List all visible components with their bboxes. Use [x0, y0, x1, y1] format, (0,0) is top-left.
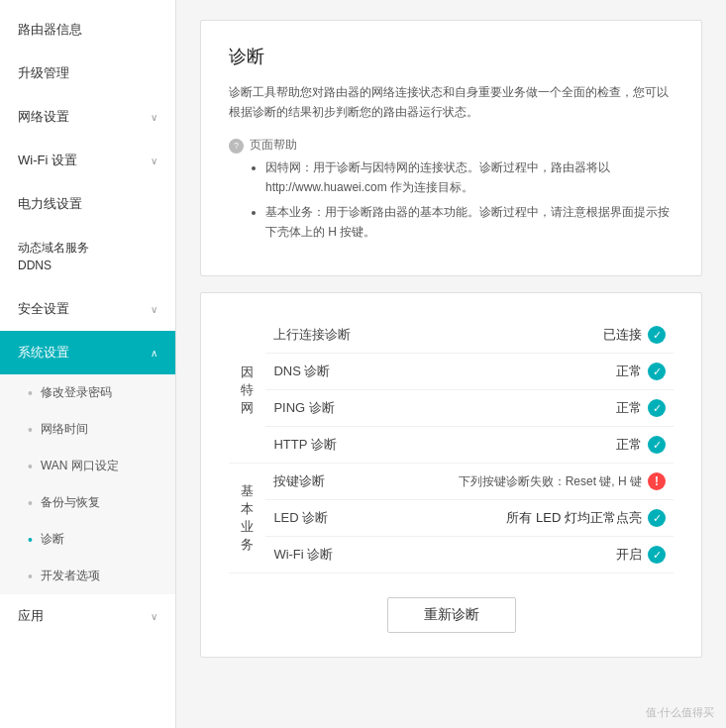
sidebar-sub-label: 修改登录密码 — [41, 384, 112, 401]
diag-card: 因特网 上行连接诊断 已连接 DNS 诊断 正常 — [200, 292, 702, 658]
status-ok-icon — [648, 436, 666, 454]
diag-value-ping: 正常 — [616, 399, 642, 417]
sidebar-item-powerline[interactable]: 电力线设置 — [0, 182, 175, 226]
recheck-button[interactable]: 重新诊断 — [387, 597, 516, 633]
sidebar-sub-change-password[interactable]: 修改登录密码 — [0, 374, 175, 411]
sidebar-item-label: 升级管理 — [18, 64, 69, 82]
sidebar-item-label: Wi-Fi 设置 — [18, 152, 77, 169]
sidebar-item-label: 网络设置 — [18, 108, 69, 126]
diag-value-dns: 正常 — [616, 363, 642, 380]
diag-result-dns: 正常 — [386, 354, 674, 390]
info-card: 诊断 诊断工具帮助您对路由器的网络连接状态和自身重要业务做一个全面的检查，您可以… — [200, 20, 702, 276]
status-ok-icon — [648, 363, 666, 380]
sidebar-item-label: 动态域名服务DDNS — [18, 239, 89, 274]
help-icon: ? — [229, 139, 244, 154]
diag-label-upstream: 上行连接诊断 — [265, 317, 385, 354]
diag-result-led: 所有 LED 灯均正常点亮 — [386, 500, 674, 537]
diag-result-wifi: 开启 — [386, 537, 674, 573]
diag-result-upstream: 已连接 — [386, 317, 674, 354]
diag-result-ping: 正常 — [386, 390, 674, 427]
sidebar-item-label: 电力线设置 — [18, 195, 82, 213]
sidebar-sub-wan[interactable]: WAN 网口设定 — [0, 448, 175, 484]
status-ok-icon — [648, 546, 666, 564]
sidebar-sub-backup[interactable]: 备份与恢复 — [0, 484, 175, 521]
diag-label-dns: DNS 诊断 — [265, 354, 385, 390]
sidebar-item-label: 应用 — [18, 607, 44, 625]
status-error-icon — [648, 472, 666, 490]
sidebar-item-wifi[interactable]: Wi-Fi 设置 ∨ — [0, 139, 175, 182]
diag-internet-upstream: 因特网 上行连接诊断 已连接 — [229, 317, 674, 354]
diag-value-http: 正常 — [616, 436, 642, 454]
sidebar-item-router-info[interactable]: 路由器信息 — [0, 8, 175, 52]
sidebar-sub-diagnosis[interactable]: 诊断 — [0, 521, 175, 558]
diag-value-upstream: 已连接 — [603, 326, 642, 344]
diag-label-button: 按键诊断 — [265, 464, 385, 500]
sidebar-sub-label: 诊断 — [41, 531, 64, 548]
sidebar-item-system[interactable]: 系统设置 ∧ — [0, 331, 175, 374]
diag-label-led: LED 诊断 — [265, 500, 385, 537]
main-content: 诊断 诊断工具帮助您对路由器的网络连接状态和自身重要业务做一个全面的检查，您可以… — [176, 0, 726, 728]
diag-ping: PING 诊断 正常 — [229, 390, 674, 427]
diag-result-button: 下列按键诊断失败：Reset 键, H 键 — [386, 464, 674, 500]
diag-label-http: HTTP 诊断 — [265, 427, 385, 464]
diag-label-wifi: Wi-Fi 诊断 — [265, 537, 385, 573]
diag-value-button: 下列按键诊断失败：Reset 键, H 键 — [459, 473, 642, 490]
diag-led: LED 诊断 所有 LED 灯均正常点亮 — [229, 500, 674, 537]
sidebar-item-ddns[interactable]: 动态域名服务DDNS — [0, 226, 175, 287]
sidebar: 路由器信息 升级管理 网络设置 ∨ Wi-Fi 设置 ∨ 电力线设置 动态域名服… — [0, 0, 176, 728]
watermark: 值·什么值得买 — [646, 705, 714, 720]
sidebar-sub-label: 网络时间 — [41, 421, 88, 438]
sidebar-sub-label: 开发者选项 — [41, 568, 100, 584]
help-section: ? 页面帮助 因特网：用于诊断与因特网的连接状态。诊断过程中，路由器将以 htt… — [229, 137, 674, 247]
chevron-down-icon: ∨ — [151, 304, 157, 315]
status-ok-icon — [648, 399, 666, 417]
chevron-down-icon: ∨ — [151, 156, 157, 166]
diag-dns: DNS 诊断 正常 — [229, 354, 674, 390]
help-list: 因特网：用于诊断与因特网的连接状态。诊断过程中，路由器将以 http://www… — [250, 157, 674, 243]
description: 诊断工具帮助您对路由器的网络连接状态和自身重要业务做一个全面的检查，您可以根据诊… — [229, 82, 674, 123]
diag-value-wifi: 开启 — [616, 546, 642, 564]
diag-wifi: Wi-Fi 诊断 开启 — [229, 537, 674, 573]
help-list-item: 基本业务：用于诊断路由器的基本功能。诊断过程中，请注意根据界面提示按下壳体上的 … — [265, 202, 674, 243]
sidebar-item-app[interactable]: 应用 ∨ — [0, 594, 175, 638]
sidebar-item-security[interactable]: 安全设置 ∨ — [0, 287, 175, 331]
category-internet: 因特网 — [229, 317, 265, 464]
sidebar-sub-label: WAN 网口设定 — [41, 458, 119, 474]
diag-value-led: 所有 LED 灯均正常点亮 — [506, 509, 642, 527]
sidebar-item-label: 系统设置 — [18, 344, 69, 362]
sidebar-item-label: 路由器信息 — [18, 21, 82, 39]
page-title: 诊断 — [229, 45, 674, 68]
sidebar-sub-label: 备份与恢复 — [41, 494, 100, 511]
status-ok-icon — [648, 326, 666, 344]
diag-table: 因特网 上行连接诊断 已连接 DNS 诊断 正常 — [229, 317, 674, 573]
category-basic: 基本业务 — [229, 464, 265, 573]
diag-http: HTTP 诊断 正常 — [229, 427, 674, 464]
diag-label-ping: PING 诊断 — [265, 390, 385, 427]
chevron-down-icon: ∨ — [151, 112, 157, 123]
sidebar-sub-developer[interactable]: 开发者选项 — [0, 558, 175, 594]
help-label: 页面帮助 — [250, 137, 674, 154]
diag-button: 基本业务 按键诊断 下列按键诊断失败：Reset 键, H 键 — [229, 464, 674, 500]
sidebar-item-upgrade[interactable]: 升级管理 — [0, 52, 175, 95]
chevron-down-icon: ∨ — [151, 611, 157, 622]
status-ok-icon — [648, 509, 666, 527]
sidebar-sub-network-time[interactable]: 网络时间 — [0, 411, 175, 448]
chevron-up-icon: ∧ — [151, 348, 157, 359]
help-list-item: 因特网：用于诊断与因特网的连接状态。诊断过程中，路由器将以 http://www… — [265, 157, 674, 198]
diag-result-http: 正常 — [386, 427, 674, 464]
sidebar-item-network[interactable]: 网络设置 ∨ — [0, 95, 175, 139]
diag-table-wrap: 因特网 上行连接诊断 已连接 DNS 诊断 正常 — [229, 317, 674, 573]
sidebar-item-label: 安全设置 — [18, 300, 69, 318]
sidebar-system-submenu: 修改登录密码 网络时间 WAN 网口设定 备份与恢复 诊断 开发者选项 — [0, 374, 175, 594]
